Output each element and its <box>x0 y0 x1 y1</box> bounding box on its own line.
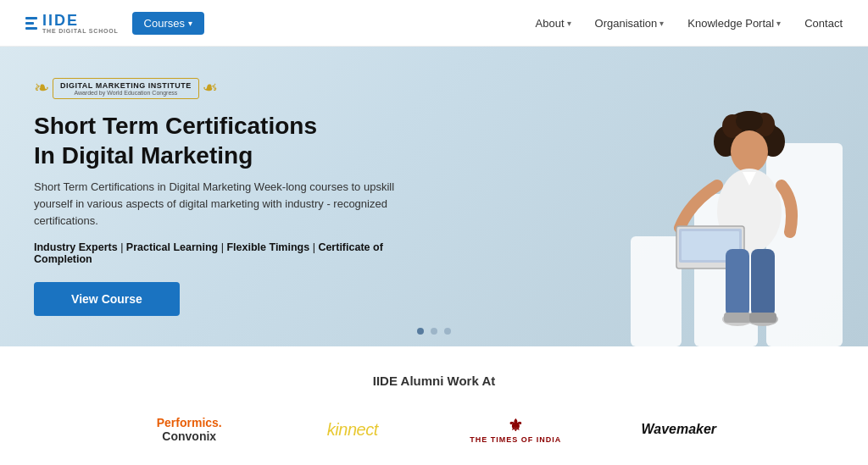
nav-item-knowledge-portal[interactable]: Knowledge Portal ▾ <box>687 17 781 30</box>
hero-title-line2: In Digital Marketing <box>34 142 253 169</box>
svg-point-6 <box>731 130 768 173</box>
nav-item-organisation[interactable]: Organisation ▾ <box>595 17 665 30</box>
svg-point-5 <box>736 111 763 131</box>
courses-button[interactable]: Courses ▾ <box>132 12 204 35</box>
svg-rect-17 <box>724 313 751 323</box>
svg-rect-14 <box>751 249 775 317</box>
nav-item-about[interactable]: About ▾ <box>536 17 571 30</box>
svg-rect-18 <box>749 313 776 323</box>
feature-timings: Flexible Timings <box>226 241 309 253</box>
hero-woman-figure <box>665 101 834 346</box>
laurel-right-icon: ❧ <box>203 77 218 99</box>
kinnect-text: kinnect <box>327 420 378 440</box>
nav-about-label: About <box>536 17 565 30</box>
badge-sub-text: Awarded by World Education Congress <box>74 90 177 96</box>
courses-chevron-icon: ▾ <box>188 19 192 28</box>
dmi-badge: ❧ DIGITAL MARKETING INSTITUTE Awarded by… <box>34 77 441 99</box>
navbar-left: IIDE THE DIGITAL SCHOOL Courses ▾ <box>25 12 204 35</box>
nav-contact-label: Contact <box>804 17 843 30</box>
hero-features: Industry Experts | Practical Learning | … <box>34 241 441 265</box>
carousel-dots <box>417 328 451 335</box>
logo-kinnect: kinnect <box>275 410 431 449</box>
logo-tagline: THE DIGITAL SCHOOL <box>42 28 119 34</box>
feature-learning: Practical Learning <box>126 241 218 253</box>
dmi-label: DIGITAL MARKETING INSTITUTE Awarded by W… <box>53 78 199 99</box>
nav-knowledge-label: Knowledge Portal <box>687 17 774 30</box>
nav-knowledge-chevron-icon: ▾ <box>776 19 781 28</box>
nav-item-contact[interactable]: Contact <box>804 17 843 30</box>
nav-org-label: Organisation <box>595 17 658 30</box>
logo-bar-2 <box>25 22 34 25</box>
carousel-dot-2[interactable] <box>431 328 437 335</box>
logo[interactable]: IIDE THE DIGITAL SCHOOL <box>25 13 119 34</box>
hero-description: Short Term Certifications in Digital Mar… <box>34 179 407 230</box>
hero-title: Short Term Certifications In Digital Mar… <box>34 111 441 170</box>
laurel-left-icon: ❧ <box>34 77 49 99</box>
logo-wavemaker: Wavemaker <box>602 410 757 449</box>
logo-bar-3 <box>25 27 37 30</box>
navbar-right: About ▾ Organisation ▾ Knowledge Portal … <box>536 17 843 30</box>
alumni-section: IIDE Alumni Work At Performics.Convonix … <box>0 346 868 465</box>
hero-title-line1: Short Term Certifications <box>34 113 317 139</box>
logo-brand: IIDE <box>42 13 119 28</box>
logo-performics: Performics.Convonix <box>112 410 267 449</box>
alumni-title: IIDE Alumni Work At <box>34 374 834 388</box>
toi-text: THE TIMES OF INDIA <box>470 435 561 444</box>
svg-rect-13 <box>726 249 749 317</box>
logo-times-of-india: ⚜ THE TIMES OF INDIA <box>438 410 593 449</box>
badge-main-text: DIGITAL MARKETING INSTITUTE <box>60 81 192 90</box>
logo-bar-1 <box>25 17 37 19</box>
courses-label: Courses <box>144 17 185 30</box>
toi-crest-icon: ⚜ <box>508 415 523 435</box>
hero-figure <box>512 47 868 346</box>
nav-about-chevron-icon: ▾ <box>567 19 571 28</box>
navbar: IIDE THE DIGITAL SCHOOL Courses ▾ About … <box>0 0 868 47</box>
hero-image <box>512 47 868 346</box>
view-course-label: View Course <box>71 292 142 306</box>
view-course-button[interactable]: View Course <box>34 282 180 316</box>
alumni-logos-grid: Performics.Convonix kinnect ⚜ THE TIMES … <box>112 410 756 465</box>
wavemaker-text: Wavemaker <box>641 422 716 437</box>
hero-section: ❧ DIGITAL MARKETING INSTITUTE Awarded by… <box>0 47 868 346</box>
feature-industry: Industry Experts <box>34 241 118 253</box>
hero-content: ❧ DIGITAL MARKETING INSTITUTE Awarded by… <box>0 47 475 346</box>
nav-org-chevron-icon: ▾ <box>659 19 664 28</box>
carousel-dot-3[interactable] <box>444 328 451 335</box>
logo-bars-icon <box>25 17 37 30</box>
carousel-dot-1[interactable] <box>417 328 424 335</box>
